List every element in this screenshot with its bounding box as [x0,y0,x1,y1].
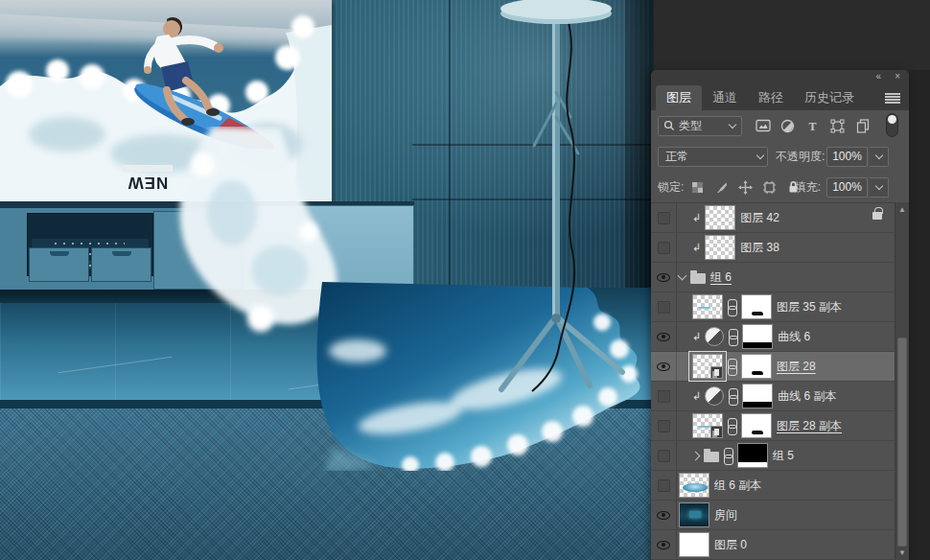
layer-name[interactable]: 组 5 [773,448,794,464]
link-mask-icon[interactable] [729,388,737,405]
layer-thumbnail[interactable] [692,294,723,319]
layer-filter-row: 类型 T [651,110,909,141]
scroll-up-icon[interactable]: ▲ [895,205,909,215]
layer-visibility-toggle[interactable] [651,263,677,292]
tab-channels[interactable]: 通道 [702,85,748,110]
layer-row[interactable]: 组 6 副本 [651,471,895,501]
opacity-value[interactable]: 100% [826,147,868,167]
layer-thumbnail[interactable] [679,502,709,527]
layer-mask-thumbnail[interactable] [741,354,772,379]
scrollbar-thumb[interactable] [897,338,907,547]
layer-name[interactable]: 图层 38 [740,240,779,256]
adjustment-layers-filter-icon[interactable] [779,118,796,134]
layer-row[interactable]: 图层 35 副本 [651,292,895,322]
layer-name[interactable]: 曲线 6 [778,329,810,345]
tab-layers[interactable]: 图层 [656,85,702,110]
layer-visibility-toggle[interactable] [651,501,677,529]
layer-row[interactable]: ↲图层 42 [651,203,895,233]
pixel-layers-filter-icon[interactable] [755,118,771,134]
link-mask-icon[interactable] [724,448,732,464]
drawer-handle [112,251,131,256]
layer-thumbnail[interactable] [692,413,723,438]
filter-toggle-switch[interactable] [886,113,898,137]
layer-visibility-toggle[interactable] [651,203,677,232]
layer-mask-thumbnail[interactable] [742,384,773,408]
panel-menu-icon[interactable] [885,93,900,104]
layer-visibility-toggle[interactable] [651,382,677,410]
layer-thumbnail[interactable] [705,235,735,260]
layer-name[interactable]: 组 6 副本 [714,478,761,494]
layer-row[interactable]: 组 5 [651,441,895,471]
layer-row[interactable]: ↲图层 38 [651,233,895,263]
lock-image-pixels-icon[interactable] [713,179,730,196]
scroll-down-icon[interactable]: ▼ [895,548,909,558]
layer-visibility-toggle[interactable] [651,233,677,262]
layer-visibility-toggle[interactable] [651,352,677,381]
type-layers-filter-icon[interactable]: T [804,118,821,134]
shape-layers-filter-icon[interactable] [829,118,846,134]
layer-mask-thumbnail[interactable] [741,294,772,319]
eye-off-box [658,242,670,254]
folder-icon [690,273,706,284]
clipping-mask-icon: ↲ [692,213,701,223]
lock-artboard-icon[interactable] [761,179,778,196]
collapse-panel-icon[interactable]: « [875,71,880,82]
layer-mask-thumbnail[interactable] [741,413,772,438]
link-mask-icon[interactable] [728,299,736,315]
layer-visibility-toggle[interactable] [651,411,677,440]
layer-name[interactable]: 图层 42 [740,210,779,226]
filter-icons: T [755,118,871,134]
layer-thumbnail[interactable] [679,532,709,557]
eye-off-box [658,212,670,224]
lock-position-icon[interactable] [737,179,754,196]
layer-row[interactable]: 组 6 [651,263,895,292]
fill-value[interactable]: 100% [826,177,868,198]
layer-row[interactable]: 图层 0 [651,530,895,560]
link-mask-icon[interactable] [728,359,736,375]
smart-object-badge [710,426,723,438]
layer-row[interactable]: 图层 28 副本 [651,411,895,441]
layer-thumbnail[interactable] [705,205,735,230]
layer-visibility-toggle[interactable] [651,471,677,500]
svg-text:T: T [808,120,816,132]
document-canvas[interactable]: NEW [0,0,654,560]
layer-name[interactable]: 图层 28 副本 [777,418,842,434]
layer-name[interactable]: 组 6 [710,269,732,286]
close-panel-icon[interactable]: × [895,71,900,82]
blend-mode-dropdown[interactable]: 正常 [658,147,768,167]
chevron-right-icon[interactable] [691,451,701,460]
layers-scrollbar[interactable]: ▲ ▼ [895,202,909,560]
link-mask-icon[interactable] [728,418,736,434]
layer-name[interactable]: 图层 28 [777,359,816,375]
layer-name[interactable]: 曲线 6 副本 [778,388,836,405]
smart-object-filter-icon[interactable] [854,118,871,134]
photoshop-workspace: NEW [0,0,930,560]
layer-visibility-toggle[interactable] [651,292,677,321]
adjustment-layer-icon[interactable] [705,386,724,406]
layer-name[interactable]: 图层 35 副本 [777,299,842,315]
opacity-dropdown[interactable] [870,147,889,167]
layer-mask-thumbnail[interactable] [737,443,768,468]
layer-row[interactable]: ↲曲线 6 [651,322,895,352]
layer-thumbnail[interactable] [679,473,709,498]
layer-visibility-toggle[interactable] [651,322,677,351]
tab-history[interactable]: 历史记录 [794,85,865,110]
chevron-down-icon[interactable] [678,271,687,281]
layer-visibility-toggle[interactable] [651,530,677,559]
adjustment-layer-icon[interactable] [705,327,724,346]
layer-row[interactable]: ↲曲线 6 副本 [651,382,895,411]
layer-thumbnail[interactable] [692,354,723,379]
fill-dropdown[interactable] [870,177,889,198]
lock-transparent-pixels-icon[interactable] [689,179,706,196]
cabinet-drawer [91,247,151,282]
layer-row[interactable]: 房间 [651,501,895,530]
filter-type-dropdown[interactable]: 类型 [658,116,742,136]
tab-paths[interactable]: 路径 [748,85,794,110]
layer-mask-thumbnail[interactable] [742,324,773,349]
layer-name[interactable]: 房间 [714,507,737,524]
cabinet-drawer [29,247,89,282]
link-mask-icon[interactable] [729,329,737,345]
layer-row-selected[interactable]: 图层 28 [651,352,895,382]
layer-name[interactable]: 图层 0 [714,537,747,553]
layer-visibility-toggle[interactable] [651,441,677,470]
